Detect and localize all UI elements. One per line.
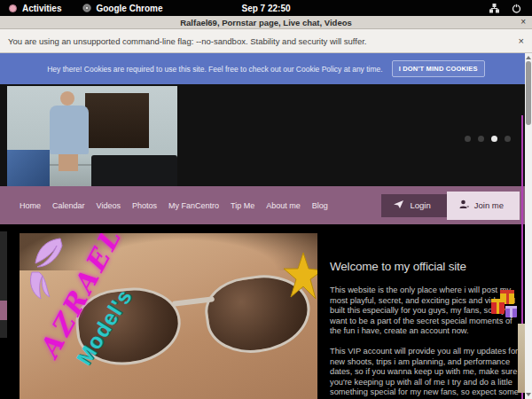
join-me-label: Join me bbox=[474, 200, 504, 210]
nav-item-myfancentro[interactable]: My FanCentro bbox=[168, 201, 219, 210]
carousel-peek-strip bbox=[0, 231, 7, 338]
carousel-dots bbox=[465, 136, 511, 142]
clock[interactable]: Sep 7 22:50 bbox=[0, 4, 532, 13]
infobar-close-icon[interactable]: × bbox=[519, 35, 524, 46]
focused-app-menu[interactable]: Google Chrome bbox=[82, 4, 162, 13]
chrome-infobar: You are using an unsupported command-lin… bbox=[0, 29, 532, 53]
system-top-bar: Activities Google Chrome Sep 7 22:50 bbox=[0, 0, 532, 16]
gifts-tip-widget-icon[interactable] bbox=[489, 288, 523, 327]
page-edge-image-strip bbox=[518, 324, 525, 393]
nav-item-blog[interactable]: Blog bbox=[312, 201, 328, 210]
photo-curtain-placeholder bbox=[85, 93, 149, 148]
activities-label: Activities bbox=[22, 4, 61, 13]
scrollbar-thumb[interactable] bbox=[526, 61, 531, 125]
login-plane-icon bbox=[394, 200, 404, 211]
site-navbar: Home Calendar Videos Photos My FanCentro… bbox=[0, 186, 532, 224]
nav-item-tipme[interactable]: Tip Me bbox=[231, 201, 254, 210]
photo-couch-placeholder bbox=[91, 155, 177, 186]
peek-accent bbox=[0, 301, 7, 320]
browser-title-bar: Ralfael69, Pornstar page, Live chat, Vid… bbox=[0, 16, 532, 29]
activities-indicator-icon bbox=[9, 4, 17, 12]
window-title: Ralfael69, Pornstar page, Live chat, Vid… bbox=[0, 18, 532, 27]
browser-scrollbar[interactable] bbox=[525, 53, 532, 399]
nav-item-videos[interactable]: Videos bbox=[97, 201, 121, 210]
activities-button[interactable]: Activities bbox=[0, 4, 61, 13]
infobar-message: You are using an unsupported command-lin… bbox=[0, 36, 367, 46]
carousel-dot-3-active[interactable] bbox=[491, 136, 497, 142]
welcome-heading: Welcome to my official site bbox=[330, 260, 521, 273]
scrollbar-up-arrow-icon[interactable] bbox=[526, 56, 531, 59]
page-viewport: Hey there! Cookies are required to use t… bbox=[0, 53, 532, 399]
carousel-dot-2[interactable] bbox=[478, 136, 484, 142]
photo-person-shirt-placeholder bbox=[50, 106, 89, 154]
welcome-section: Welcome to my official site This website… bbox=[330, 260, 521, 399]
main-content: AZRAEL Model's Welcome to my official si… bbox=[0, 224, 532, 399]
nav-item-calendar[interactable]: Calendar bbox=[52, 201, 85, 210]
header-photo[interactable] bbox=[7, 86, 177, 186]
photo-desk-placeholder bbox=[7, 150, 50, 186]
carousel-dot-1[interactable] bbox=[465, 136, 471, 142]
screen: Activities Google Chrome Sep 7 22:50 Ral… bbox=[0, 0, 532, 399]
join-me-button[interactable]: Join me bbox=[447, 192, 520, 220]
chrome-app-icon bbox=[82, 4, 91, 12]
header-carousel bbox=[0, 84, 532, 186]
scrollbar-down-arrow-icon[interactable] bbox=[526, 393, 531, 396]
login-label: Login bbox=[410, 200, 430, 210]
welcome-paragraph-2: This VIP account will provide you all my… bbox=[330, 347, 521, 399]
join-person-icon bbox=[459, 200, 469, 211]
profile-photo[interactable]: AZRAEL Model's bbox=[20, 233, 317, 399]
window-close-icon[interactable]: × bbox=[520, 16, 526, 29]
power-icon[interactable] bbox=[512, 4, 521, 13]
gold-star-icon bbox=[284, 253, 317, 302]
nav-item-home[interactable]: Home bbox=[20, 201, 41, 210]
cookie-accept-button[interactable]: I DON'T MIND COOKIES bbox=[392, 60, 485, 77]
nav-item-aboutme[interactable]: About me bbox=[266, 201, 301, 210]
nav-item-photos[interactable]: Photos bbox=[132, 201, 157, 210]
network-icon[interactable] bbox=[489, 4, 499, 13]
photo-person-head-placeholder bbox=[60, 91, 74, 106]
focused-app-label: Google Chrome bbox=[96, 4, 162, 13]
login-button[interactable]: Login bbox=[381, 194, 446, 217]
cookie-consent-bar: Hey there! Cookies are required to use t… bbox=[0, 53, 532, 84]
carousel-dot-4[interactable] bbox=[505, 136, 511, 142]
cookie-message: Hey there! Cookies are required to use t… bbox=[47, 65, 382, 74]
nav-menu: Home Calendar Videos Photos My FanCentro… bbox=[0, 201, 328, 210]
